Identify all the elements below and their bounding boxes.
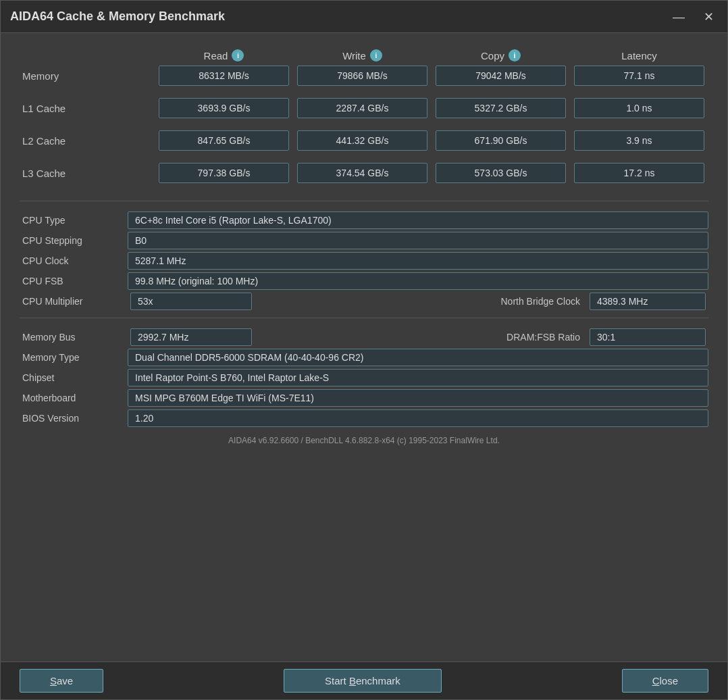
read-info-icon[interactable]: i bbox=[232, 49, 244, 61]
bench-latency: 77.1 ns bbox=[574, 66, 704, 86]
bench-copy: 573.03 GB/s bbox=[436, 163, 566, 183]
bench-label: L2 Cache bbox=[20, 135, 155, 147]
header-copy: Copy i bbox=[432, 49, 570, 61]
cpu-info-section: CPU Type 6C+8c Intel Core i5 (Raptor Lak… bbox=[20, 211, 708, 312]
bench-label: L3 Cache bbox=[20, 168, 155, 179]
window-title: AIDA64 Cache & Memory Benchmark bbox=[10, 9, 225, 24]
bench-latency: 1.0 ns bbox=[574, 98, 704, 118]
bench-label: Memory bbox=[20, 70, 155, 82]
bench-write: 374.54 GB/s bbox=[297, 163, 427, 183]
cpu-type-label: CPU Type bbox=[20, 215, 128, 226]
dram-fsb-label: DRAM:FSB Ratio bbox=[438, 332, 587, 343]
memory-type-row: Memory Type Dual Channel DDR5-6000 SDRAM… bbox=[20, 348, 708, 367]
bench-read: 847.65 GB/s bbox=[159, 130, 289, 151]
memory-info-section: Memory Bus 2992.7 MHz DRAM:FSB Ratio 30:… bbox=[20, 328, 708, 429]
memory-bus-row: Memory Bus 2992.7 MHz DRAM:FSB Ratio 30:… bbox=[20, 328, 708, 347]
write-info-icon[interactable]: i bbox=[370, 49, 382, 61]
save-icon: S bbox=[50, 675, 57, 686]
bench-copy: 79042 MB/s bbox=[436, 66, 566, 86]
chipset-row: Chipset Intel Raptor Point-S B760, Intel… bbox=[20, 368, 708, 387]
bench-read: 86312 MB/s bbox=[159, 66, 289, 86]
bench-latency: 3.9 ns bbox=[574, 130, 704, 151]
bench-row-l3-cache: L3 Cache 797.38 GB/s 374.54 GB/s 573.03 … bbox=[20, 163, 708, 183]
cpu-fsb-label: CPU FSB bbox=[20, 276, 128, 286]
header-read: Read i bbox=[155, 49, 293, 61]
bios-row: BIOS Version 1.20 bbox=[20, 409, 708, 428]
bench-write: 2287.4 GB/s bbox=[297, 98, 427, 118]
close-button[interactable]: Close bbox=[622, 669, 708, 693]
divider-2 bbox=[20, 318, 708, 318]
north-bridge-label: North Bridge Clock bbox=[438, 296, 587, 307]
cpu-stepping-value: B0 bbox=[128, 232, 708, 249]
start-label: Start bbox=[325, 675, 349, 686]
cpu-multiplier-value: 53x bbox=[130, 293, 252, 310]
cpu-multiplier-label: CPU Multiplier bbox=[20, 296, 128, 307]
motherboard-label: Motherboard bbox=[20, 393, 128, 403]
footer-note: AIDA64 v6.92.6600 / BenchDLL 4.6.882.8-x… bbox=[20, 436, 708, 445]
cpu-type-value: 6C+8c Intel Core i5 (Raptor Lake-S, LGA1… bbox=[128, 211, 708, 229]
memory-bus-label: Memory Bus bbox=[20, 332, 128, 343]
header-latency: Latency bbox=[570, 49, 708, 61]
bench-write: 79866 MB/s bbox=[297, 66, 427, 86]
cpu-clock-row: CPU Clock 5287.1 MHz bbox=[20, 251, 708, 270]
bench-read: 797.38 GB/s bbox=[159, 163, 289, 183]
cpu-multiplier-row: CPU Multiplier 53x North Bridge Clock 43… bbox=[20, 292, 708, 311]
button-bar: Save Start Benchmark Close bbox=[1, 661, 727, 699]
bench-label: L1 Cache bbox=[20, 103, 155, 114]
copy-info-icon[interactable]: i bbox=[509, 49, 521, 61]
bios-value: 1.20 bbox=[128, 409, 708, 427]
start-benchmark-button[interactable]: Start Benchmark bbox=[284, 669, 442, 693]
header-write: Write i bbox=[293, 49, 432, 61]
bench-copy: 5327.2 GB/s bbox=[436, 98, 566, 118]
title-bar: AIDA64 Cache & Memory Benchmark — ✕ bbox=[1, 1, 727, 33]
bios-label: BIOS Version bbox=[20, 413, 128, 424]
title-controls: — ✕ bbox=[669, 9, 718, 24]
main-window: AIDA64 Cache & Memory Benchmark — ✕ Read… bbox=[0, 0, 728, 700]
motherboard-row: Motherboard MSI MPG B760M Edge TI WiFi (… bbox=[20, 389, 708, 407]
bench-copy: 671.90 GB/s bbox=[436, 130, 566, 151]
cpu-fsb-row: CPU FSB 99.8 MHz (original: 100 MHz) bbox=[20, 272, 708, 291]
bench-read: 3693.9 GB/s bbox=[159, 98, 289, 118]
cpu-clock-label: CPU Clock bbox=[20, 255, 128, 266]
bench-latency: 17.2 ns bbox=[574, 163, 704, 183]
main-content: Read i Write i Copy i Latency Memory 863… bbox=[1, 33, 727, 661]
chipset-value: Intel Raptor Point-S B760, Intel Raptor … bbox=[128, 369, 708, 386]
motherboard-value: MSI MPG B760M Edge TI WiFi (MS-7E11) bbox=[128, 389, 708, 407]
column-headers: Read i Write i Copy i Latency bbox=[20, 49, 708, 61]
memory-type-label: Memory Type bbox=[20, 352, 128, 363]
chipset-label: Chipset bbox=[20, 372, 128, 383]
close-window-button[interactable]: ✕ bbox=[700, 9, 718, 24]
cpu-type-row: CPU Type 6C+8c Intel Core i5 (Raptor Lak… bbox=[20, 211, 708, 230]
bench-row-l1-cache: L1 Cache 3693.9 GB/s 2287.4 GB/s 5327.2 … bbox=[20, 98, 708, 118]
memory-type-value: Dual Channel DDR5-6000 SDRAM (40-40-40-9… bbox=[128, 349, 708, 366]
north-bridge-value: 4389.3 MHz bbox=[590, 293, 706, 310]
dram-fsb-value: 30:1 bbox=[590, 328, 706, 346]
close-icon: C bbox=[652, 675, 660, 686]
bench-row-l2-cache: L2 Cache 847.65 GB/s 441.32 GB/s 671.90 … bbox=[20, 130, 708, 151]
benchmark-label-underline: B bbox=[349, 675, 356, 686]
bench-row-memory: Memory 86312 MB/s 79866 MB/s 79042 MB/s … bbox=[20, 66, 708, 86]
bench-write: 441.32 GB/s bbox=[297, 130, 427, 151]
memory-bus-value: 2992.7 MHz bbox=[130, 328, 252, 346]
save-button[interactable]: Save bbox=[20, 669, 103, 693]
cpu-stepping-label: CPU Stepping bbox=[20, 235, 128, 246]
minimize-button[interactable]: — bbox=[669, 9, 689, 24]
cpu-stepping-row: CPU Stepping B0 bbox=[20, 231, 708, 250]
divider-1 bbox=[20, 201, 708, 201]
cpu-clock-value: 5287.1 MHz bbox=[128, 252, 708, 270]
cpu-fsb-value: 99.8 MHz (original: 100 MHz) bbox=[128, 272, 708, 290]
benchmark-rows: Memory 86312 MB/s 79866 MB/s 79042 MB/s … bbox=[20, 66, 708, 195]
